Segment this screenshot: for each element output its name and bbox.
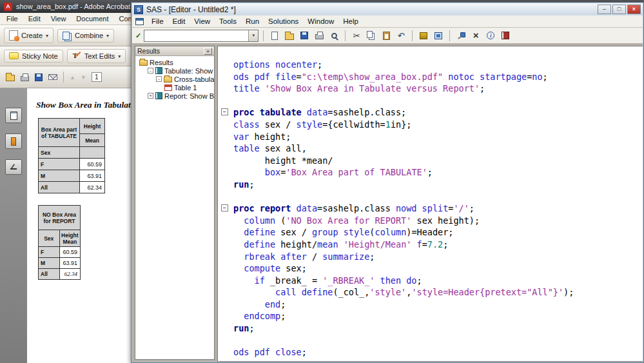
editor-code-line[interactable]: define height/mean 'Height/Mean' f=7.2; xyxy=(218,239,643,251)
sas-menu-edit[interactable]: Edit xyxy=(168,16,190,26)
print-button[interactable] xyxy=(18,71,31,83)
copy-button[interactable] xyxy=(365,30,378,42)
combine-button[interactable]: Combine▾ xyxy=(57,29,114,43)
minimize-button[interactable] xyxy=(598,5,611,14)
next-page-button[interactable]: ▼ xyxy=(79,74,88,81)
editor-code-line[interactable]: compute sex; xyxy=(218,262,643,275)
editor-code-line[interactable]: options nocenter; xyxy=(218,59,643,71)
results-tree-item-results[interactable]: Results xyxy=(137,58,214,66)
editor-code-line[interactable]: define sex / group style(column)=Header; xyxy=(218,226,643,239)
tree-item-label: Tabulate: Show xyxy=(164,67,213,75)
email-button[interactable] xyxy=(46,71,59,83)
save-button[interactable] xyxy=(32,71,45,83)
sas-menu-run[interactable]: Run xyxy=(241,16,264,26)
sas-menu-file[interactable]: File xyxy=(147,16,168,26)
editor-code-line[interactable]: class sex / style={cellwidth=1in}; xyxy=(218,119,643,131)
command-bar-dropdown[interactable] xyxy=(248,30,258,41)
sticky-note-button[interactable]: Sticky Note xyxy=(4,50,63,63)
editor-code-line[interactable]: run; xyxy=(218,179,643,191)
editor-code-line[interactable]: end; xyxy=(218,299,643,311)
print-preview-button[interactable] xyxy=(327,30,340,42)
sas-titlebar[interactable]: SAS - [Editor - Untitled2 *] xyxy=(132,3,643,15)
signatures-panel-button[interactable] xyxy=(5,159,22,175)
page-number-field[interactable]: 1 xyxy=(92,72,102,82)
pages-panel-button[interactable] xyxy=(5,108,22,123)
editor-code-line[interactable]: height *mean/ xyxy=(218,155,643,167)
library-button[interactable] xyxy=(417,30,430,42)
previous-page-button[interactable]: ▲ xyxy=(68,74,77,81)
editor-code-line[interactable]: run; xyxy=(218,322,643,335)
help-book-button[interactable] xyxy=(499,30,512,42)
editor-code-line[interactable] xyxy=(218,191,643,203)
create-button[interactable]: Create▾ xyxy=(4,28,54,43)
toolbar-separator xyxy=(345,30,346,41)
editor-code-line[interactable]: title 'Show Box Area in Tabulate versus … xyxy=(218,83,643,95)
acrobat-menu-view[interactable]: View xyxy=(46,14,72,24)
editor-code-line[interactable] xyxy=(218,95,643,107)
results-tree-item-table-1[interactable]: Table 1 xyxy=(137,83,214,92)
fold-minus-icon[interactable]: − xyxy=(221,108,228,115)
explorer-button[interactable] xyxy=(432,30,445,42)
fold-minus-icon[interactable]: − xyxy=(221,204,228,211)
acrobat-menu-file[interactable]: File xyxy=(1,14,23,24)
bookmarks-panel-button[interactable] xyxy=(5,133,22,149)
text-edits-button[interactable]: Text Edits▾ xyxy=(67,49,126,63)
tree-expander-minus-icon[interactable]: - xyxy=(156,76,162,82)
info-button[interactable] xyxy=(484,30,497,42)
maximize-button[interactable] xyxy=(612,5,626,14)
tree-expander-minus-icon[interactable]: - xyxy=(148,68,153,74)
results-tree-item-report-show-bo[interactable]: +Report: Show Bo xyxy=(137,92,214,100)
editor-code-line[interactable]: column ('NO Box Area for REPORT' sex hei… xyxy=(218,215,643,227)
code-fold-toggle[interactable]: − xyxy=(218,202,233,215)
sas-menu-items: FileEditViewToolsRunSolutionsWindowHelp xyxy=(147,16,363,26)
toolbar-separator xyxy=(449,30,450,41)
break-button[interactable] xyxy=(469,30,482,42)
cut-icon xyxy=(353,30,360,41)
pushpin-button[interactable] xyxy=(454,30,467,42)
editor-code-line[interactable]: −proc tabulate data=sashelp.class; xyxy=(218,106,643,119)
results-tree-item-cross-tabular[interactable]: -Cross-tabular xyxy=(137,75,214,83)
acrobat-app-icon xyxy=(4,3,12,11)
undo-button[interactable] xyxy=(395,30,407,42)
print-icon xyxy=(315,34,324,39)
sas-menu-window[interactable]: Window xyxy=(303,16,338,26)
code-fold-toggle[interactable]: − xyxy=(218,106,233,119)
acrobat-navigation-sidebar xyxy=(0,88,27,363)
print-button[interactable] xyxy=(313,30,326,42)
tree-expander-plus-icon[interactable]: + xyxy=(148,93,153,99)
editor-code-line[interactable]: −proc report data=sashelp.class nowd spl… xyxy=(218,202,643,215)
cut-button[interactable] xyxy=(350,30,363,42)
acrobat-menu-edit[interactable]: Edit xyxy=(23,14,46,24)
editor-code-line[interactable]: table sex all, xyxy=(218,142,643,155)
editor-code-line[interactable]: box='Box Area part of TABULATE'; xyxy=(218,166,643,179)
open-button[interactable] xyxy=(4,71,17,83)
code-editor[interactable]: options nocenter;ods pdf file="c:\temp\s… xyxy=(217,46,643,362)
results-panel-titlebar[interactable]: Results xyxy=(135,46,214,56)
sas-menu-view[interactable]: View xyxy=(190,16,215,26)
sas-menu-help[interactable]: Help xyxy=(338,16,363,26)
acrobat-menu-document[interactable]: Document xyxy=(71,14,113,24)
editor-window-icon[interactable] xyxy=(135,18,144,25)
editor-code-line[interactable]: ods pdf close; xyxy=(218,346,643,358)
editor-code-line[interactable]: ods pdf file="c:\temp\show_area_box.pdf"… xyxy=(218,71,643,83)
pushpin-icon xyxy=(457,32,465,39)
acrobat-window-title: show_area_box.pdf - Adobe Acrobat xyxy=(16,3,130,10)
close-button[interactable] xyxy=(627,5,641,14)
editor-code-line[interactable]: var height; xyxy=(218,131,643,143)
results-tree-item-tabulate-show[interactable]: -Tabulate: Show xyxy=(137,66,214,75)
help-book-icon xyxy=(502,32,509,39)
results-close-button[interactable] xyxy=(204,48,212,55)
editor-code-line[interactable]: rbreak after / summarize; xyxy=(218,251,643,263)
command-bar-input[interactable] xyxy=(144,30,248,41)
editor-code-line[interactable]: if _break_ = '_RBREAK_' then do; xyxy=(218,275,643,287)
open-button[interactable] xyxy=(283,30,296,42)
editor-code-line[interactable] xyxy=(218,335,643,347)
sas-menu-tools[interactable]: Tools xyxy=(215,16,241,26)
save-icon xyxy=(35,74,43,81)
new-document-button[interactable] xyxy=(268,30,281,42)
save-button[interactable] xyxy=(298,30,311,42)
paste-button[interactable] xyxy=(380,30,393,42)
sas-menu-solutions[interactable]: Solutions xyxy=(264,16,303,26)
editor-code-line[interactable]: call define(_col_,'style','style=Header{… xyxy=(218,286,643,299)
editor-code-line[interactable]: endcomp; xyxy=(218,310,643,322)
